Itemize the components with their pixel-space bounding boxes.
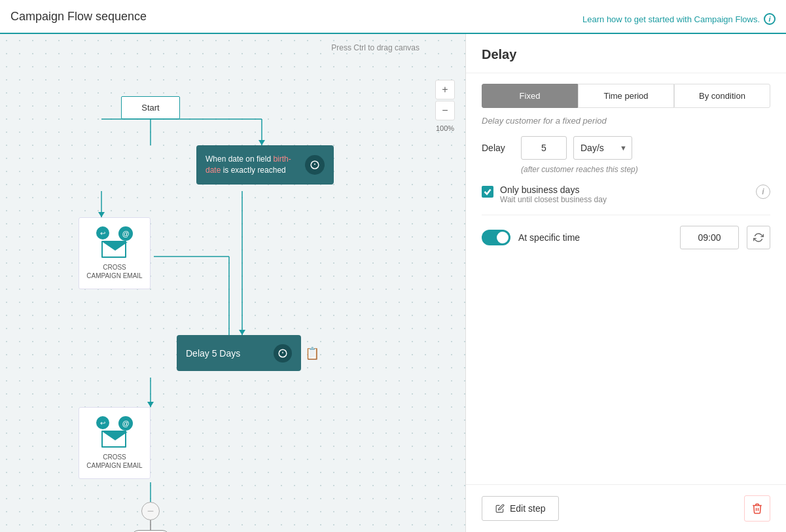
delay-note-icon: 📋 [305, 346, 319, 361]
specific-time-row: At specific time [482, 226, 770, 249]
checkbox-label: Only business days [500, 185, 749, 195]
header: Campaign Flow sequence Learn how to get … [0, 0, 786, 34]
refresh-icon [753, 232, 764, 243]
help-link-text: Learn how to get started with Campaign F… [582, 14, 760, 24]
panel-header: Delay [466, 34, 786, 73]
delay-field-label: Delay [482, 143, 514, 153]
zoom-out-button[interactable]: − [435, 101, 455, 120]
minus-icon: − [147, 505, 154, 517]
help-link[interactable]: Learn how to get started with Campaign F… [582, 13, 776, 25]
delay-tabs: Fixed Time period By condition [466, 73, 786, 108]
condition-text: When date on field birth-date is exactly… [205, 154, 305, 176]
flow-canvas: Press Ctrl to drag canvas + − 100% [0, 34, 465, 532]
delay-input-row: Delay Day/s Hour/s Week/s Month/s ▼ [482, 136, 770, 160]
delay-node-label: Delay 5 Days [186, 348, 240, 359]
email-node-2[interactable]: ↩ @ CROSSCAMPAIGN EMAIL [79, 407, 151, 479]
edit-icon [495, 504, 505, 513]
start-node[interactable]: Start [121, 96, 180, 119]
delete-button[interactable] [744, 495, 770, 522]
email-arrow-badge-1: ↩ [96, 226, 109, 239]
delete-icon [751, 503, 763, 514]
delay-unit-select-wrap: Day/s Hour/s Week/s Month/s ▼ [573, 136, 632, 160]
email-at-badge-1: @ [118, 226, 133, 241]
envelope-body-1 [101, 241, 126, 258]
envelope-flap-1 [103, 242, 128, 251]
specific-time-label: At specific time [518, 232, 672, 243]
panel-description: Delay customer for a fixed period [466, 108, 786, 126]
svg-marker-8 [239, 330, 245, 335]
envelope-flap-2 [103, 432, 128, 440]
toggle-thumb [497, 232, 509, 243]
email-at-badge-2: @ [118, 416, 133, 431]
delay-unit-select[interactable]: Day/s Hour/s Week/s Month/s [573, 136, 632, 160]
business-days-row: Only business days Wait until closest bu… [482, 185, 770, 204]
email-icon-1: ↩ @ [96, 226, 133, 259]
zoom-in-button[interactable]: + [435, 80, 455, 99]
email-arrow-badge-2: ↩ [96, 416, 109, 429]
email-label-1: CROSSCAMPAIGN EMAIL [86, 263, 142, 280]
panel-title: Delay [482, 47, 770, 62]
delay-node-icon [274, 344, 292, 363]
email-label-2: CROSSCAMPAIGN EMAIL [86, 453, 142, 470]
condition-icon [305, 155, 325, 175]
panel-divider [482, 215, 770, 215]
svg-marker-5 [98, 212, 105, 217]
zoom-controls: + − 100% [435, 80, 455, 132]
checkbox-label-wrap: Only business days Wait until closest bu… [500, 185, 749, 204]
time-input[interactable] [680, 226, 739, 249]
panel-body: Delay Day/s Hour/s Week/s Month/s ▼ (aft… [466, 126, 786, 484]
svg-marker-3 [259, 140, 265, 145]
tab-by-condition[interactable]: By condition [674, 84, 770, 108]
delay-panel: Delay Fixed Time period By condition Del… [465, 34, 786, 532]
specific-time-toggle[interactable] [482, 230, 510, 245]
checkbox-check-icon [484, 188, 491, 196]
delay-value-input[interactable] [521, 136, 567, 160]
tab-time-period[interactable]: Time period [578, 84, 674, 108]
canvas-hint: Press Ctrl to drag canvas [331, 43, 420, 52]
tab-fixed[interactable]: Fixed [482, 84, 578, 108]
envelope-body-2 [101, 431, 126, 448]
checkbox-sublabel: Wait until closest business day [500, 195, 749, 204]
help-icon[interactable]: i [756, 185, 770, 199]
svg-marker-12 [147, 402, 154, 407]
info-icon: i [764, 13, 776, 25]
email-node-1[interactable]: ↩ @ CROSSCAMPAIGN EMAIL [79, 217, 151, 289]
delay-hint-text: (after customer reaches this step) [521, 165, 770, 174]
add-node-button[interactable]: − [141, 502, 160, 520]
page-title: Campaign Flow sequence [10, 10, 147, 29]
refresh-time-button[interactable] [747, 226, 770, 249]
email-icon-2: ↩ @ [96, 416, 133, 449]
business-days-checkbox[interactable] [482, 186, 493, 198]
edit-step-label: Edit step [510, 503, 545, 514]
condition-field: birth-date [205, 154, 291, 175]
condition-node[interactable]: When date on field birth-date is exactly… [196, 145, 334, 185]
edit-step-button[interactable]: Edit step [482, 496, 559, 521]
zoom-level: 100% [435, 124, 455, 132]
flow-connectors [0, 34, 465, 532]
main-layout: Press Ctrl to drag canvas + − 100% [0, 34, 786, 532]
delay-node[interactable]: Delay 5 Days 📋 [177, 335, 301, 371]
panel-footer: Edit step [466, 484, 786, 532]
